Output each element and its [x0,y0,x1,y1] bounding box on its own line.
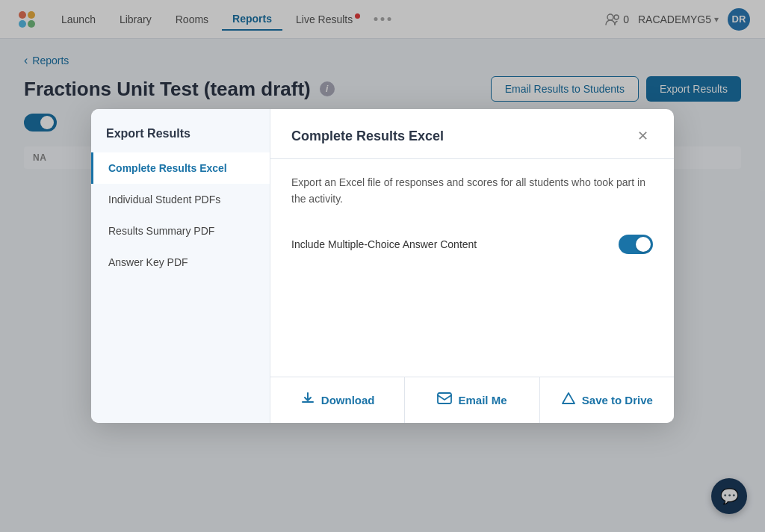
option-label: Include Multiple-Choice Answer Content [291,238,477,250]
modal-footer: Download Email Me [270,377,674,423]
modal-sidebar: Export Results Complete Results Excel In… [91,109,270,423]
sidebar-item-results-summary[interactable]: Results Summary PDF [91,215,270,247]
modal-description: Export an Excel file of responses and sc… [291,174,653,208]
sidebar-item-answer-key[interactable]: Answer Key PDF [91,247,270,278]
sidebar-item-complete-excel[interactable]: Complete Results Excel [91,152,270,184]
export-modal: Export Results Complete Results Excel In… [91,109,674,423]
modal-overlay[interactable]: Export Results Complete Results Excel In… [0,0,765,532]
download-icon [300,391,315,409]
email-icon [437,392,452,408]
drive-icon [561,392,576,409]
save-to-drive-button[interactable]: Save to Drive [540,377,674,423]
sidebar-title: Export Results [91,109,270,152]
modal-main: Complete Results Excel ✕ Export an Excel… [270,109,674,423]
option-row: Include Multiple-Choice Answer Content [291,229,653,260]
modal-close-button[interactable]: ✕ [632,126,653,146]
modal-panel-title: Complete Results Excel [291,129,444,144]
modal-header: Complete Results Excel ✕ [270,109,674,159]
svg-rect-6 [438,393,451,403]
email-me-button[interactable]: Email Me [405,377,539,423]
include-answer-toggle[interactable] [619,235,653,254]
sidebar-item-individual-pdfs[interactable]: Individual Student PDFs [91,184,270,215]
modal-body: Export an Excel file of responses and sc… [270,159,674,377]
download-button[interactable]: Download [270,377,405,423]
